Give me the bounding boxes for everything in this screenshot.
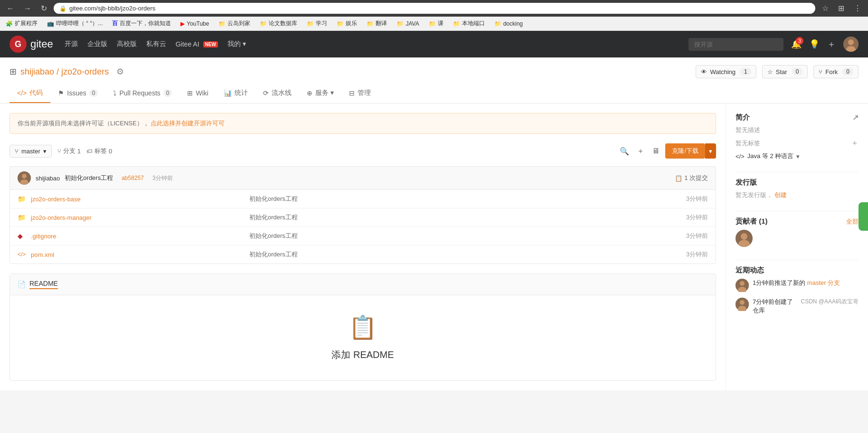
forward-button[interactable]: →: [21, 3, 34, 14]
tags-add-icon[interactable]: ＋: [851, 138, 859, 148]
bookmark-lessons[interactable]: 📁 课: [427, 19, 445, 28]
activity-avatar-2[interactable]: [736, 298, 749, 311]
search-input[interactable]: [689, 38, 783, 51]
lock-icon: 🔒: [59, 5, 66, 12]
bookmark-ent[interactable]: 📁 娱乐: [335, 19, 359, 28]
release-create-link[interactable]: 创建: [774, 191, 787, 198]
nav-enterprise[interactable]: 企业版: [87, 38, 107, 50]
gitee-logo[interactable]: G gitee: [9, 36, 53, 53]
bookmark-papers[interactable]: 📁 论文数据库: [258, 19, 299, 28]
search-code-button[interactable]: 🔍: [618, 145, 631, 158]
bookmark-extensions[interactable]: 🧩 扩展程序: [4, 19, 39, 28]
sidebar-activity-section: 近期动态 1分钟前推送了新的 master 分支: [736, 266, 859, 315]
bookmark-youtube[interactable]: ▶ YouTube: [179, 19, 211, 28]
contributors-all-link[interactable]: 全部: [846, 217, 859, 226]
folder-icon-2: 📁: [260, 20, 267, 27]
add-button[interactable]: ＋: [827, 38, 836, 50]
nav-private[interactable]: 私有云: [146, 38, 166, 50]
readme-section: 📄 README 📋 添加 README: [9, 273, 716, 381]
license-link[interactable]: 点此选择并创建开源许可可: [151, 120, 225, 127]
clone-download-button[interactable]: 克隆/下载: [665, 143, 705, 159]
bookmark-docking[interactable]: 📁 docking: [492, 19, 525, 28]
extension-icon[interactable]: ⊞: [835, 3, 847, 14]
nav-ai[interactable]: Gitee AI NEW: [176, 38, 218, 50]
tab-code[interactable]: </> 代码: [9, 84, 50, 103]
repo-settings-icon[interactable]: ⚙: [116, 66, 124, 77]
sidebar-language: </> Java 等 2 种语言 ▾: [736, 152, 859, 160]
nav-mine[interactable]: 我的 ▾: [227, 38, 246, 50]
file-name-1[interactable]: jzo2o-orders-base: [31, 196, 249, 203]
repo-path: shijiabao / jzo2o-orders: [20, 67, 109, 77]
commit-author[interactable]: shijiabao: [36, 175, 60, 182]
bookmark-yunpan[interactable]: 📁 云岛到家: [217, 19, 252, 28]
clone-dropdown-button[interactable]: ▾: [705, 143, 716, 159]
readme-title: README: [29, 280, 58, 289]
more-options-button[interactable]: ⋮: [851, 3, 864, 14]
activity-avatar-1[interactable]: [736, 279, 749, 292]
commit-hash[interactable]: ab58257: [122, 175, 144, 181]
branches-count[interactable]: ⑂ 分支 1: [57, 147, 81, 155]
user-avatar[interactable]: [843, 37, 859, 52]
refresh-button[interactable]: ↻: [38, 3, 50, 14]
address-bar[interactable]: 🔒 gitee.com/sjb-bblb/jzo2o-orders: [54, 3, 815, 14]
commit-count[interactable]: 📋 1 次提交: [675, 174, 708, 182]
activity-branch-1[interactable]: master 分支: [807, 279, 840, 286]
clone-label: 克隆/下载: [672, 147, 698, 155]
branch-select[interactable]: ⑂ master ▾: [9, 145, 52, 158]
svg-point-4: [22, 174, 27, 179]
web-ide-button[interactable]: 🖥: [650, 145, 661, 157]
clone-download-group: 克隆/下载 ▾: [665, 143, 716, 159]
nav-open[interactable]: 开源: [65, 38, 78, 50]
file-time-4: 3分钟前: [686, 250, 708, 259]
file-time-2: 3分钟前: [686, 213, 708, 222]
contributors-title: 贡献者 (1): [736, 217, 768, 226]
tab-issues[interactable]: ⚑ Issues 0: [50, 84, 105, 103]
bookmark-java[interactable]: 📁 JAVA: [395, 19, 421, 28]
bookmark-baidu[interactable]: 百 百度一下，你就知道: [110, 19, 173, 28]
activity-item-2: 7分钟前创建了仓库 CSDN @AAA码农宝哥: [736, 298, 859, 315]
bookmark-bibi[interactable]: 📺 哔哩哔哩（ ° °）...: [45, 19, 104, 28]
star-page-button[interactable]: ☆: [819, 3, 831, 14]
add-file-button[interactable]: ＋: [635, 144, 646, 158]
commit-count-icon: 📋: [675, 175, 682, 182]
tags-count[interactable]: 🏷 标签 0: [86, 147, 112, 155]
baidu-icon: 百: [112, 19, 118, 28]
floating-feedback-button[interactable]: [859, 202, 868, 231]
notifications-button[interactable]: 🔔 3: [791, 39, 802, 49]
file-name-3[interactable]: .gitignore: [31, 233, 249, 240]
tab-stats[interactable]: 📊 统计: [216, 84, 255, 103]
lang-more-icon[interactable]: ▾: [796, 153, 800, 160]
bookmark-study[interactable]: 📁 学习: [305, 19, 329, 28]
readme-add-title[interactable]: 添加 README: [29, 348, 697, 361]
fork-button[interactable]: ⑂ Fork 0: [813, 65, 859, 78]
stats-icon: 📊: [224, 89, 232, 97]
intro-edit-icon[interactable]: ↗: [852, 113, 859, 122]
lightbulb-button[interactable]: 💡: [809, 39, 820, 49]
bookmark-translate[interactable]: 📁 翻译: [365, 19, 389, 28]
branch-name: master: [21, 148, 40, 155]
pr-count: 0: [163, 89, 172, 97]
back-button[interactable]: ←: [4, 3, 17, 14]
star-button[interactable]: ☆ Star 0: [762, 65, 808, 78]
bookmark-localport[interactable]: 📁 本地端口: [451, 19, 487, 28]
tab-service[interactable]: ⊕ 服务 ▾: [299, 84, 341, 103]
file-row: 📁 jzo2o-orders-manager 初始化orders工程 3分钟前: [10, 208, 716, 227]
issues-count: 0: [89, 89, 98, 97]
repo-owner-link[interactable]: shijiabao: [20, 67, 54, 76]
watching-button[interactable]: 👁 Watching 1: [696, 65, 756, 78]
contributor-avatar-1[interactable]: [736, 230, 753, 247]
commit-author-avatar[interactable]: [18, 171, 31, 185]
tab-pull-requests[interactable]: ⤵ Pull Requests 0: [105, 84, 179, 103]
repo-name-link[interactable]: jzo2o-orders: [61, 67, 109, 76]
service-icon: ⊕: [307, 89, 312, 97]
file-name-2[interactable]: jzo2o-orders-manager: [31, 214, 249, 221]
tab-pipeline[interactable]: ⟳ 流水线: [255, 84, 299, 103]
svg-point-13: [740, 300, 745, 305]
tab-wiki[interactable]: ⊞ Wiki: [179, 84, 216, 103]
file-name-4[interactable]: pom.xml: [31, 251, 249, 258]
nav-university[interactable]: 高校版: [117, 38, 137, 50]
star-count: 0: [792, 68, 803, 75]
divider-3: [736, 260, 859, 260]
browser-chrome: ← → ↻ 🔒 gitee.com/sjb-bblb/jzo2o-orders …: [0, 0, 868, 17]
tab-manage[interactable]: ⊟ 管理: [341, 84, 378, 103]
